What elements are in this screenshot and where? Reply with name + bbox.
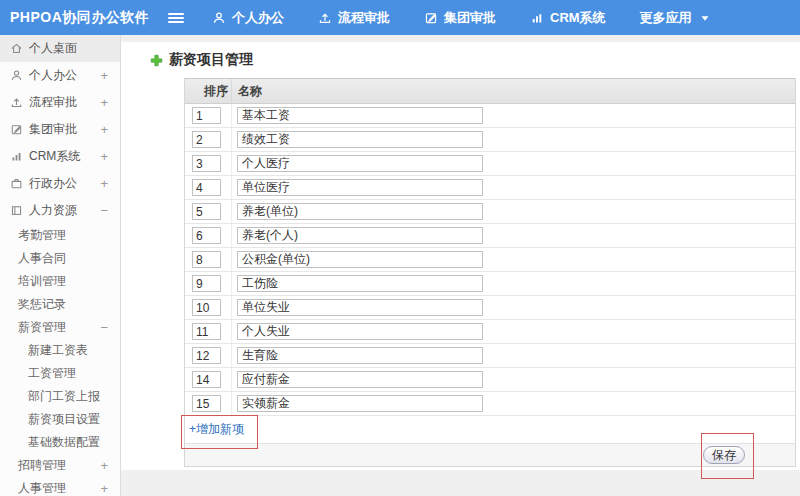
topbar-menu-personal-office[interactable]: 个人办公 bbox=[212, 9, 284, 27]
order-input[interactable] bbox=[192, 323, 221, 340]
name-input[interactable] bbox=[237, 299, 483, 316]
add-row: +增加新项 bbox=[185, 416, 795, 444]
sidebar-item-reward-records[interactable]: 奖惩记录 bbox=[0, 293, 120, 316]
sidebar-item-personal-desktop[interactable]: 个人桌面 bbox=[0, 35, 120, 62]
table-row bbox=[185, 344, 795, 368]
order-input[interactable] bbox=[192, 107, 221, 124]
sidebar: 个人桌面 个人办公 + 流程审批 + 集团审批 + CRM系统 + 行政办公 +… bbox=[0, 35, 121, 496]
edit-icon bbox=[10, 123, 23, 136]
sidebar-item-human-resources[interactable]: 人力资源 − bbox=[0, 197, 120, 224]
order-input[interactable] bbox=[192, 131, 221, 148]
order-input[interactable] bbox=[192, 275, 221, 292]
briefcase-icon bbox=[10, 177, 23, 190]
table-footer: 保存 bbox=[185, 444, 795, 466]
order-input[interactable] bbox=[192, 371, 221, 388]
page-title: 薪资项目管理 bbox=[150, 51, 253, 69]
sidebar-item-personal-office[interactable]: 个人办公 + bbox=[0, 62, 120, 89]
add-new-item-link[interactable]: +增加新项 bbox=[189, 421, 244, 438]
sidebar-item-recruit-mgmt[interactable]: 招聘管理 + bbox=[0, 454, 120, 477]
user-icon bbox=[10, 69, 23, 82]
order-input[interactable] bbox=[192, 347, 221, 364]
order-input[interactable] bbox=[192, 179, 221, 196]
topbar: PHPOA协同办公软件 个人办公 流程审批 集团审批 CRM系统 更多应用 bbox=[0, 0, 800, 35]
order-input[interactable] bbox=[192, 299, 221, 316]
topbar-menu-more-apps[interactable]: 更多应用 bbox=[640, 9, 712, 27]
name-input[interactable] bbox=[237, 251, 483, 268]
save-button[interactable]: 保存 bbox=[703, 446, 745, 464]
sidebar-item-attendance-mgmt[interactable]: 考勤管理 bbox=[0, 224, 120, 247]
sidebar-item-salary-mgmt[interactable]: 薪资管理 − bbox=[0, 316, 120, 339]
sidebar-item-flow-approval[interactable]: 流程审批 + bbox=[0, 89, 120, 116]
name-input[interactable] bbox=[237, 107, 483, 124]
upload-icon bbox=[318, 11, 332, 25]
name-input[interactable] bbox=[237, 323, 483, 340]
main-area: 薪资项目管理 排序 名称 bbox=[121, 35, 800, 496]
name-input[interactable] bbox=[237, 347, 483, 364]
sidebar-item-crm-system[interactable]: CRM系统 + bbox=[0, 143, 120, 170]
topbar-menu: 个人办公 流程审批 集团审批 CRM系统 更多应用 bbox=[212, 9, 712, 27]
plus-icon bbox=[150, 54, 163, 67]
table-header: 排序 名称 bbox=[185, 79, 795, 104]
order-input[interactable] bbox=[192, 227, 221, 244]
salary-items-table: 排序 名称 bbox=[184, 78, 796, 467]
sidebar-item-salary-item-setup[interactable]: 薪资项目设置 bbox=[0, 408, 120, 431]
chart-icon bbox=[530, 11, 544, 25]
table-row bbox=[185, 272, 795, 296]
edit-icon bbox=[424, 11, 438, 25]
sidebar-item-group-approval[interactable]: 集团审批 + bbox=[0, 116, 120, 143]
order-input[interactable] bbox=[192, 395, 221, 412]
table-row bbox=[185, 248, 795, 272]
column-header-order: 排序 bbox=[185, 79, 232, 103]
topbar-menu-group-approval[interactable]: 集团审批 bbox=[424, 9, 496, 27]
table-row bbox=[185, 152, 795, 176]
table-row bbox=[185, 368, 795, 392]
topbar-menu-flow-approval[interactable]: 流程审批 bbox=[318, 9, 390, 27]
table-row bbox=[185, 104, 795, 128]
table-row bbox=[185, 296, 795, 320]
name-input[interactable] bbox=[237, 227, 483, 244]
upload-icon bbox=[10, 96, 23, 109]
sidebar-item-dept-wage-report[interactable]: 部门工资上报 bbox=[0, 385, 120, 408]
sidebar-item-personnel-mgmt[interactable]: 人事管理 + bbox=[0, 477, 120, 496]
table-row bbox=[185, 200, 795, 224]
table-row bbox=[185, 176, 795, 200]
home-icon bbox=[10, 42, 23, 55]
book-icon bbox=[10, 204, 23, 217]
name-input[interactable] bbox=[237, 275, 483, 292]
topbar-menu-crm-system[interactable]: CRM系统 bbox=[530, 9, 606, 27]
sidebar-item-admin-office[interactable]: 行政办公 + bbox=[0, 170, 120, 197]
app-title: PHPOA协同办公软件 bbox=[10, 9, 160, 27]
name-input[interactable] bbox=[237, 155, 483, 172]
name-input[interactable] bbox=[237, 395, 483, 412]
app-window: PHPOA协同办公软件 个人办公 流程审批 集团审批 CRM系统 更多应用 个人… bbox=[0, 0, 800, 496]
table-row bbox=[185, 392, 795, 416]
order-input[interactable] bbox=[192, 155, 221, 172]
table-row bbox=[185, 320, 795, 344]
sidebar-item-training-mgmt[interactable]: 培训管理 bbox=[0, 270, 120, 293]
chart-icon bbox=[10, 150, 23, 163]
sidebar-item-wage-mgmt[interactable]: 工资管理 bbox=[0, 362, 120, 385]
name-input[interactable] bbox=[237, 203, 483, 220]
order-input[interactable] bbox=[192, 251, 221, 268]
name-input[interactable] bbox=[237, 131, 483, 148]
column-header-name: 名称 bbox=[232, 83, 262, 100]
name-input[interactable] bbox=[237, 371, 483, 388]
name-input[interactable] bbox=[237, 179, 483, 196]
sidebar-item-new-salary-sheet[interactable]: 新建工资表 bbox=[0, 339, 120, 362]
content-panel: 薪资项目管理 排序 名称 bbox=[121, 42, 800, 470]
sidebar-item-base-data-config[interactable]: 基础数据配置 bbox=[0, 431, 120, 454]
caret-down-icon bbox=[698, 11, 712, 25]
table-row bbox=[185, 224, 795, 248]
order-input[interactable] bbox=[192, 203, 221, 220]
sidebar-item-hr-contract[interactable]: 人事合同 bbox=[0, 247, 120, 270]
table-row bbox=[185, 128, 795, 152]
user-icon bbox=[212, 11, 226, 25]
table-body bbox=[185, 104, 795, 416]
hamburger-icon[interactable] bbox=[168, 11, 184, 25]
